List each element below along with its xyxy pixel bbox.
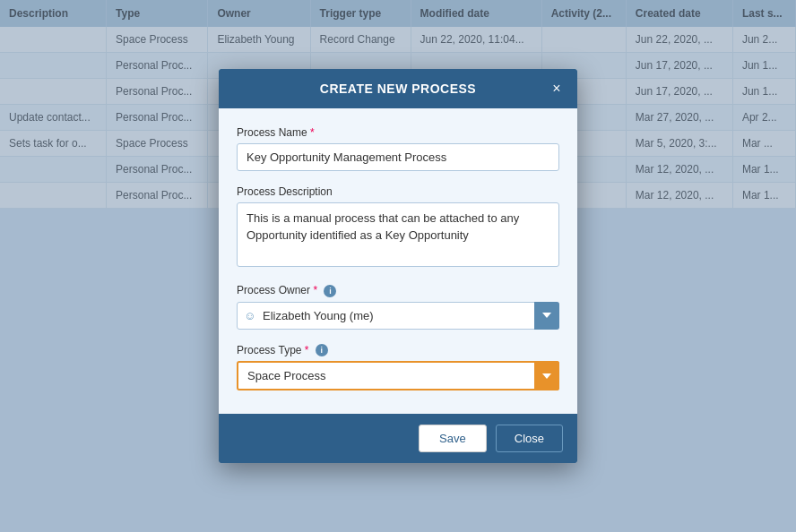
process-name-label: Process Name *: [237, 126, 559, 139]
modal-footer: Save Close: [219, 414, 577, 463]
process-type-label: Process Type * i: [237, 344, 559, 357]
modal-overlay: CREATE NEW PROCESS × Process Name * Proc…: [0, 0, 796, 532]
process-description-group: Process Description This is a manual pro…: [237, 185, 559, 270]
save-button[interactable]: Save: [419, 425, 487, 452]
process-owner-group: Process Owner * i ☺ Elizabeth Young (me): [237, 284, 559, 330]
process-name-input[interactable]: [237, 143, 559, 171]
modal-header: CREATE NEW PROCESS ×: [219, 69, 577, 108]
modal-body: Process Name * Process Description This …: [219, 108, 577, 415]
process-type-info-icon: i: [316, 344, 328, 356]
process-name-group: Process Name *: [237, 126, 559, 171]
process-type-group: Process Type * i Space Process: [237, 344, 559, 391]
process-description-label: Process Description: [237, 185, 559, 198]
close-button[interactable]: Close: [496, 425, 563, 452]
modal-close-button[interactable]: ×: [547, 79, 567, 99]
modal-title: CREATE NEW PROCESS: [320, 82, 476, 96]
process-description-input[interactable]: This is a manual process that can be att…: [237, 202, 559, 267]
process-owner-select[interactable]: Elizabeth Young (me): [237, 302, 559, 330]
process-owner-select-wrap: ☺ Elizabeth Young (me): [237, 302, 559, 330]
process-type-select[interactable]: Space Process: [237, 361, 559, 390]
process-owner-info-icon: i: [324, 285, 336, 297]
process-type-select-wrap: Space Process: [237, 361, 559, 390]
process-owner-label: Process Owner * i: [237, 284, 559, 297]
create-process-modal: CREATE NEW PROCESS × Process Name * Proc…: [219, 69, 577, 464]
